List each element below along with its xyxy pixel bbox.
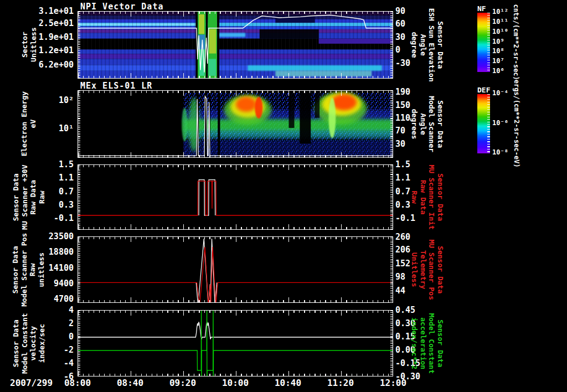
tick-label: 18800 <box>29 247 74 256</box>
tick-label: 4 <box>29 306 74 314</box>
tick-label: 1.1 <box>29 173 74 182</box>
tick-label: 0.15 <box>395 332 429 341</box>
tick-label: 14100 <box>29 264 74 272</box>
time-tick-label: 10:00 <box>216 378 255 388</box>
data-series <box>78 322 393 339</box>
tick-label: 10⁸ <box>492 48 520 55</box>
tick-label: 10¹ <box>29 124 74 133</box>
tick-label: 10⁻⁶ <box>492 120 520 127</box>
tick-label: 3.1e+01 <box>29 7 74 16</box>
data-series <box>78 311 393 376</box>
tick-label: -4 <box>29 359 74 368</box>
tick-label: 10⁶ <box>492 68 520 75</box>
tick-label: 30 <box>395 33 429 42</box>
tick-label: 70 <box>395 126 429 135</box>
panel2-spectrogram <box>78 90 393 158</box>
tick-label: 150 <box>395 101 429 110</box>
panel1-title: NPI Vector Data <box>80 2 163 12</box>
colorbar2 <box>477 94 490 153</box>
time-tick-label: 11:20 <box>321 378 360 388</box>
tick-label: -0.15 <box>395 359 429 368</box>
tick-label: 0 <box>395 45 429 54</box>
tick-label: 10¹² <box>492 8 520 16</box>
colorbar1-title: NF <box>477 4 486 13</box>
tick-label: 60 <box>395 19 429 28</box>
tick-label: 0 <box>29 332 74 341</box>
tick-label: 0.3 <box>395 200 429 209</box>
tick-label: 10⁹ <box>492 38 520 45</box>
time-tick-label: 10:40 <box>269 378 307 388</box>
time-tick-label: 08:40 <box>111 378 150 388</box>
data-series <box>78 247 393 303</box>
time-tick-label: 09:20 <box>163 378 202 388</box>
tick-label: 90 <box>395 7 429 16</box>
tick-label: 10¹¹ <box>492 18 520 25</box>
plot-canvas: NPI Vector Data MEx ELS-01 LR 3.1e+012.5… <box>0 0 567 392</box>
tick-label: 44 <box>395 286 429 295</box>
tick-label: 1.5 <box>395 160 429 169</box>
tick-label: 2.5e+01 <box>29 19 74 28</box>
panel3-lineplot <box>78 164 393 230</box>
tick-label: 260 <box>395 233 429 241</box>
tick-label: 1.1 <box>395 173 429 182</box>
tick-label: 0.3 <box>29 200 74 209</box>
tick-label: 0.7 <box>395 187 429 196</box>
tick-label: -2 <box>29 345 74 354</box>
tick-label: 10⁻⁴ <box>492 90 520 97</box>
tick-label: 1.2e+01 <box>29 46 74 55</box>
tick-label: 2 <box>29 319 74 328</box>
tick-label: 6.2e+00 <box>29 60 74 69</box>
time-tick-label: 12:00 <box>374 378 413 388</box>
tick-label: 0.00 <box>395 345 429 354</box>
tick-label: 10⁷ <box>492 58 520 65</box>
tick-label: 1.9e+01 <box>29 33 74 42</box>
tick-label: 1.5 <box>29 160 74 169</box>
panel4-lineplot <box>78 236 393 303</box>
tick-label: 10⁻⁸ <box>492 149 520 156</box>
tick-label: 206 <box>395 245 429 254</box>
tick-label: 0.30 <box>395 319 429 328</box>
tick-label: 98 <box>395 272 429 281</box>
tick-label: -30 <box>395 59 429 68</box>
tick-label: 190 <box>395 87 429 96</box>
colorbar2-title: DEF <box>477 86 490 94</box>
tick-label: 30 <box>395 140 429 148</box>
tick-label: 110 <box>395 114 429 122</box>
date-label: 2007/299 <box>10 378 53 388</box>
tick-label: 9400 <box>29 279 74 288</box>
time-tick-label: 08:00 <box>58 378 97 388</box>
tick-label: 23500 <box>29 232 74 241</box>
data-series <box>78 181 393 215</box>
panel5-lineplot <box>78 310 393 376</box>
tick-label: 0.45 <box>395 306 429 314</box>
tick-label: 10¹⁰ <box>492 28 520 35</box>
colorbar1 <box>477 13 490 72</box>
tick-label: 10² <box>29 96 74 105</box>
data-series <box>199 180 215 215</box>
tick-label: -0.1 <box>395 214 429 223</box>
tick-label: 4700 <box>29 295 74 303</box>
tick-label: -0.1 <box>29 214 74 223</box>
panel1-spectrogram <box>78 11 393 79</box>
tick-label: 0.7 <box>29 187 74 196</box>
panel2-title: MEx ELS-01 LR <box>80 81 152 91</box>
tick-label: 152 <box>395 259 429 268</box>
